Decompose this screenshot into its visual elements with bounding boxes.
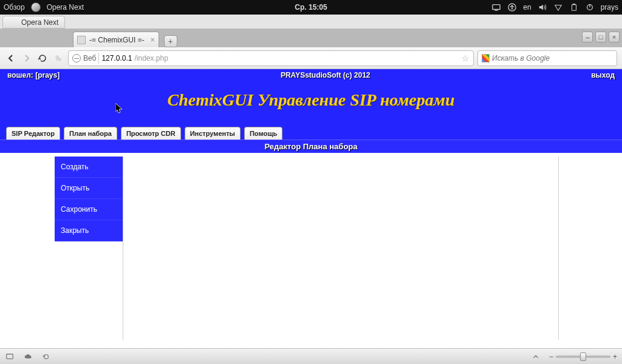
- search-box[interactable]: [477, 50, 617, 66]
- active-app-name: Opera Next: [47, 3, 84, 12]
- section-subheader: Редактор Плана набора: [0, 140, 622, 153]
- svg-point-3: [511, 5, 513, 7]
- keyboard-lang[interactable]: en: [523, 3, 531, 12]
- volume-icon[interactable]: [538, 3, 547, 12]
- svg-rect-10: [7, 354, 13, 359]
- user-menu[interactable]: prays: [601, 3, 618, 12]
- svg-point-9: [58, 58, 61, 61]
- browser-tab-active[interactable]: -= ChemixGUI =- ×: [73, 32, 159, 47]
- tab-title: -= ChemixGUI =-: [89, 36, 145, 44]
- new-tab-button[interactable]: +: [164, 35, 177, 47]
- forward-button[interactable]: [21, 52, 33, 64]
- search-input[interactable]: [492, 54, 613, 62]
- slider-thumb[interactable]: [580, 352, 586, 361]
- battery-icon[interactable]: [569, 3, 579, 12]
- google-icon: [482, 54, 490, 62]
- svg-rect-5: [573, 4, 575, 5]
- address-separator: [98, 53, 99, 64]
- accessibility-icon[interactable]: [507, 3, 517, 12]
- svg-rect-1: [495, 10, 498, 10]
- svg-rect-4: [572, 5, 576, 11]
- brand-center: PRAYSstudioSoft (c) 2012: [281, 71, 371, 79]
- zoom-slider[interactable]: − +: [549, 352, 617, 361]
- power-icon[interactable]: [585, 3, 595, 12]
- protocol-label: Веб: [83, 54, 96, 62]
- menu-create[interactable]: Создать: [55, 157, 123, 178]
- side-menu: Создать Открыть Сахронить Закрыть: [55, 157, 123, 346]
- svg-rect-0: [493, 5, 500, 10]
- page-content: вошел: [prays] PRAYSstudioSoft (c) 2012 …: [0, 69, 622, 348]
- svg-point-8: [56, 56, 58, 58]
- tab-sip-editor[interactable]: SIP Редактор: [6, 127, 60, 140]
- browser-tab-strip: -= ChemixGUI =- × + ‒ □ ×: [0, 29, 622, 47]
- task-button-opera[interactable]: Opera Next: [2, 16, 65, 29]
- zoom-in-icon[interactable]: +: [613, 352, 617, 361]
- tab-tools[interactable]: Инструменты: [185, 127, 241, 140]
- opera-icon: [31, 2, 41, 12]
- refresh-icon[interactable]: [41, 352, 51, 361]
- network-icon[interactable]: [553, 3, 563, 12]
- login-status: вошел: [prays]: [7, 71, 60, 79]
- tab-help[interactable]: Помощь: [244, 127, 282, 140]
- task-button-label: Opera Next: [21, 18, 58, 27]
- show-desktop-icon[interactable]: [5, 352, 15, 361]
- overview-button[interactable]: Обзор: [4, 3, 25, 12]
- favicon-icon: [77, 36, 86, 44]
- opera-icon: [9, 18, 18, 27]
- tab-dial-plan[interactable]: План набора: [64, 127, 117, 140]
- home-button[interactable]: [52, 52, 64, 64]
- content-area: Создать Открыть Сахронить Закрыть: [0, 153, 622, 346]
- reload-button[interactable]: [36, 52, 49, 64]
- menu-close[interactable]: Закрыть: [55, 220, 123, 241]
- zoom-out-icon[interactable]: −: [549, 352, 553, 361]
- window-minimize-button[interactable]: ‒: [582, 32, 593, 42]
- cloud-icon[interactable]: [23, 352, 33, 361]
- clock[interactable]: Ср. 15:05: [295, 3, 327, 12]
- expand-icon[interactable]: [531, 352, 541, 361]
- tab-close-button[interactable]: ×: [151, 36, 155, 44]
- slider-track[interactable]: [556, 356, 610, 358]
- window-maximize-button[interactable]: □: [595, 32, 606, 42]
- bookmark-star-icon[interactable]: ☆: [462, 53, 470, 63]
- app-tabs: SIP Редактор План набора Просмотр CDR Ин…: [0, 127, 622, 140]
- url-host: 127.0.0.1: [101, 54, 132, 62]
- tab-cdr[interactable]: Просмотр CDR: [121, 127, 181, 140]
- browser-toolbar: Веб 127.0.0.1/index.php ☆: [0, 47, 622, 69]
- url-path: /index.php: [134, 54, 168, 62]
- window-close-button[interactable]: ×: [609, 32, 620, 42]
- page-banner: вошел: [prays] PRAYSstudioSoft (c) 2012 …: [0, 69, 622, 140]
- menu-save[interactable]: Сахронить: [55, 199, 123, 220]
- os-top-panel: Обзор Opera Next Ср. 15:05 en prays: [0, 0, 622, 15]
- task-row: Opera Next: [0, 15, 622, 29]
- menu-open[interactable]: Открыть: [55, 178, 123, 199]
- main-panel: [123, 157, 559, 340]
- os-bottom-panel: − +: [0, 348, 622, 364]
- page-title: ChemixGUI Управление SIP номерами: [0, 90, 622, 110]
- logout-link[interactable]: выход: [591, 71, 615, 79]
- display-icon[interactable]: [491, 3, 501, 12]
- back-button[interactable]: [5, 52, 17, 64]
- address-bar[interactable]: Веб 127.0.0.1/index.php ☆: [68, 50, 474, 66]
- globe-icon: [72, 54, 81, 62]
